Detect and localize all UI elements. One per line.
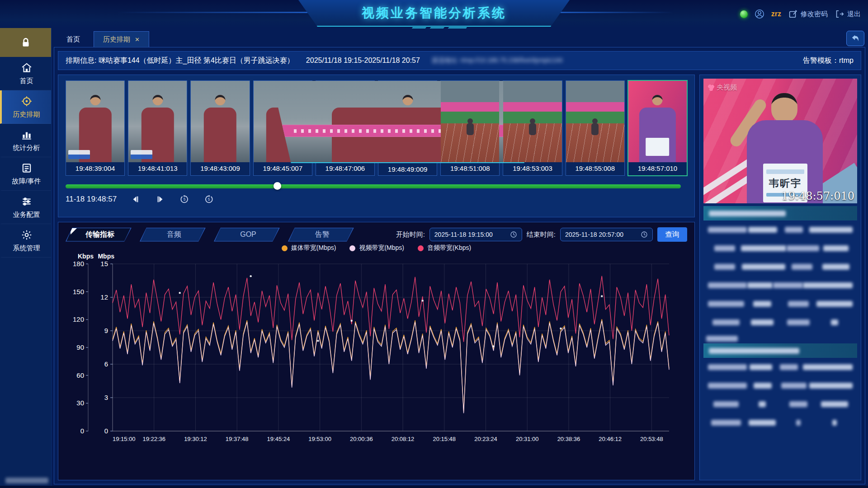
tab-首页[interactable]: 首页 [57, 32, 89, 47]
blurred-value [749, 420, 776, 426]
sidebar-lock-tile[interactable] [0, 28, 51, 57]
blurred-value [750, 364, 772, 370]
schedule-info-bar: 排期信息: 咪咕赛事144（低时延）主_田径 第4比赛日（男子跳远决赛） 202… [58, 51, 861, 70]
start-time-input[interactable]: 2025-11-18 19:15:00 [429, 228, 522, 241]
legend-item[interactable]: 音频带宽(Kbps) [418, 244, 471, 252]
preview-timestamp: 19:48:57:010 [781, 190, 854, 202]
timeline-handle[interactable] [274, 182, 281, 190]
metrics-panel: 传输指标音频GOP告警 开始时间: 2025-11-18 19:15:00 结束… [58, 222, 695, 480]
tab-历史排期[interactable]: 历史排期✕ [94, 31, 149, 47]
previous-frame-button[interactable] [130, 194, 141, 205]
thumbnail-timestamp: 19:48:51:008 [441, 162, 499, 174]
legend-dot [349, 245, 355, 251]
svg-text:Kbps: Kbps [78, 253, 94, 260]
svg-text:180: 180 [73, 260, 84, 267]
metric-tab-告警[interactable]: 告警 [288, 228, 357, 242]
sidebar-item-业务配置[interactable]: 业务配置 [0, 191, 51, 224]
sidebar-item-label: 业务配置 [13, 211, 40, 219]
sidebar-item-label: 历史排期 [13, 110, 40, 119]
legend-item[interactable]: 媒体带宽(Mbps) [282, 244, 336, 252]
sidebar-item-首页[interactable]: 首页 [0, 57, 51, 90]
sidebar: 首页历史排期统计分析故障/事件业务配置系统管理 [0, 28, 52, 488]
frame-thumbnail[interactable]: 19:48:41:013 [128, 80, 187, 176]
metrics-header: 传输指标音频GOP告警 开始时间: 2025-11-18 19:15:00 结束… [66, 226, 687, 243]
content-columns: 19:48:39:00419:48:41:01319:48:43:00919:4… [58, 75, 861, 480]
blurred-value [785, 227, 803, 233]
svg-text:90: 90 [76, 343, 84, 351]
collapse-back-button[interactable] [846, 31, 864, 46]
blurred-value [831, 319, 838, 325]
time-query-controls: 开始时间: 2025-11-18 19:15:00 结束时间: 2025-11-… [396, 227, 687, 242]
blurred-value [788, 301, 809, 307]
blurred-value [759, 401, 766, 407]
tab-close-icon[interactable]: ✕ [135, 36, 140, 43]
status-green-dot [740, 10, 748, 18]
legend-item[interactable]: 视频带宽(Mbps) [349, 244, 404, 252]
svg-text:19:45:24: 19:45:24 [267, 436, 290, 442]
chart-legend: 媒体带宽(Mbps)视频带宽(Mbps)音频带宽(Kbps) [66, 244, 687, 252]
info-row [703, 358, 857, 376]
blurred-value [789, 401, 807, 407]
frame-thumbnail[interactable]: 19:48:49:009 [378, 80, 437, 176]
frame-thumbnail[interactable]: 19:48:57:010 [627, 80, 688, 176]
info-row [703, 239, 857, 258]
sidebar-item-label: 系统管理 [13, 244, 40, 253]
start-time-value: 2025-11-18 19:15:00 [434, 231, 506, 238]
tab-label: 历史排期 [103, 35, 130, 44]
blurred-value [751, 319, 774, 325]
change-password-button[interactable]: 修改密码 [788, 9, 828, 19]
blurred-value [747, 282, 773, 288]
sidebar-item-系统管理[interactable]: 系统管理 [0, 224, 51, 258]
end-time-input[interactable]: 2025-11-18 20:57:00 [560, 228, 653, 241]
blurred-value [742, 264, 785, 270]
blurred-value [709, 211, 786, 216]
next-frame-button[interactable] [155, 194, 165, 205]
frame-thumbnail[interactable]: 19:48:51:008 [440, 80, 500, 176]
sidebar-item-统计分析[interactable]: 统计分析 [0, 124, 51, 157]
legend-label: 媒体带宽(Mbps) [291, 244, 336, 252]
thumbnail-timestamp: 19:48:53:003 [503, 162, 561, 174]
blurred-value [753, 301, 771, 307]
sliders-icon [21, 196, 33, 207]
blurred-value [713, 401, 739, 407]
section-header [703, 206, 857, 221]
left-column: 19:48:39:00419:48:41:01319:48:43:00919:4… [58, 75, 695, 480]
info-row [703, 395, 857, 413]
blurred-value [809, 383, 853, 389]
forward-5s-button[interactable]: 5 [203, 194, 214, 205]
timeline-track[interactable] [66, 184, 681, 188]
frame-thumbnail[interactable]: 19:48:43:009 [190, 80, 250, 176]
metric-tab-GOP[interactable]: GOP [214, 228, 283, 242]
query-button[interactable]: 查询 [657, 227, 687, 242]
rewind-5s-button[interactable]: 5 [179, 194, 190, 205]
app-title: 视频业务智能分析系统 [362, 5, 506, 22]
frame-thumbnail[interactable]: 19:48:53:003 [503, 80, 562, 176]
bandwidth-chart: 19:15:0019:22:3619:30:1219:37:4819:45:24… [66, 252, 687, 446]
stream-info-section [703, 206, 857, 332]
thumbnail-timestamp: 19:48:47:006 [316, 162, 374, 174]
schedule-time-range: 2025/11/18 19:15-2025/11/18 20:57 [306, 56, 420, 65]
stream-info-section [703, 334, 857, 432]
channel-watermark: 央视频 [708, 83, 737, 92]
metric-tab-传输指标[interactable]: 传输指标 [66, 228, 134, 242]
blurred-value [708, 383, 747, 389]
blurred-value [832, 420, 837, 426]
user-avatar-icon [755, 9, 764, 19]
logout-button[interactable]: 退出 [835, 9, 861, 19]
video-preview: 韦昕宇 央视频 19:48:57:010 [703, 79, 857, 203]
metric-tab-音频[interactable]: 音频 [140, 228, 208, 242]
player-controls: 11-18 19:48:57 5 [66, 194, 687, 205]
change-password-label: 修改密码 [801, 10, 828, 19]
blurred-value [748, 227, 777, 233]
metric-tab-label: 传输指标 [66, 228, 134, 241]
blurred-value [792, 264, 812, 270]
frame-thumbnail[interactable]: 19:48:55:008 [566, 80, 625, 176]
blurred-value [823, 245, 849, 251]
back-arrow-icon [850, 34, 860, 43]
frame-thumbnail[interactable]: 19:48:39:004 [66, 80, 125, 176]
info-row [703, 221, 857, 239]
sidebar-item-故障/事件[interactable]: 故障/事件 [0, 157, 51, 191]
thumbnail-timestamp: 19:48:49:009 [378, 163, 437, 175]
header-decoration-right [556, 12, 674, 13]
sidebar-item-历史排期[interactable]: 历史排期 [0, 90, 51, 124]
